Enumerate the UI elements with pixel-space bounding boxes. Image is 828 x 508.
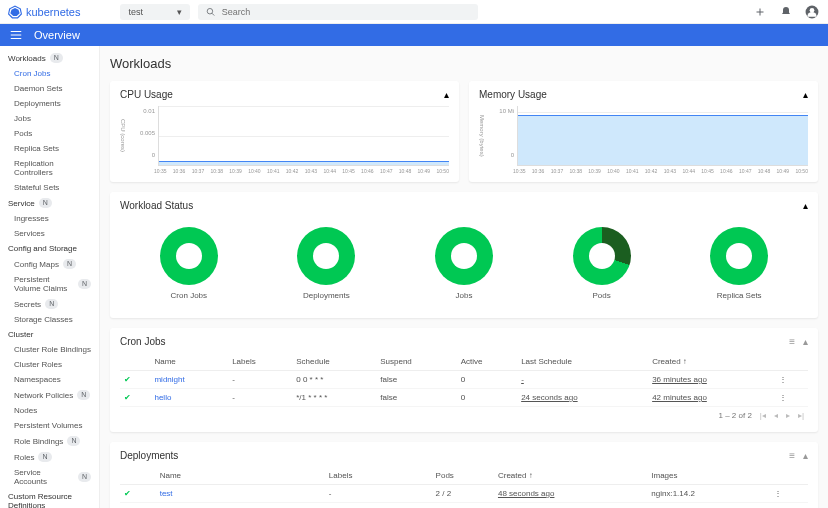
sidebar-item-replicasets[interactable]: Replica Sets: [0, 141, 99, 156]
sidebar-item-configmaps[interactable]: Config MapsN: [0, 256, 99, 272]
badge: N: [67, 436, 80, 446]
col-header[interactable]: Images: [647, 467, 770, 485]
menu-icon: [9, 28, 23, 42]
ytick: 0: [128, 152, 155, 158]
collapse-icon[interactable]: ▴: [803, 200, 808, 211]
sidebar-item-ingresses[interactable]: Ingresses: [0, 211, 99, 226]
sidebar-item-clusterrolebindings[interactable]: Cluster Role Bindings: [0, 342, 99, 357]
pager-last[interactable]: ▸|: [798, 411, 804, 420]
col-header[interactable]: Schedule: [292, 353, 376, 371]
sidebar-group-workloads[interactable]: WorkloadsN: [0, 50, 99, 66]
memory-chart-card: Memory Usage▴ Memory (bytes) 10 Mi 0 10:…: [469, 81, 818, 182]
workload-status-title: Workload Status: [120, 200, 193, 211]
col-header[interactable]: Pods: [432, 467, 494, 485]
sidebar-item-networkpolicies[interactable]: Network PoliciesN: [0, 387, 99, 403]
sidebar-item-secrets[interactable]: SecretsN: [0, 296, 99, 312]
bell-icon: [780, 6, 792, 18]
row-menu[interactable]: ⋮: [770, 485, 808, 503]
filter-icon[interactable]: ≡: [789, 336, 795, 347]
sidebar-group-cluster[interactable]: Cluster: [0, 327, 99, 342]
sidebar-item-replicationcontrollers[interactable]: Replication Controllers: [0, 156, 99, 180]
donut-chart: [435, 227, 493, 285]
sidebar-item-cronjobs[interactable]: Cron Jobs: [0, 66, 99, 81]
sidebar-item-daemonsets[interactable]: Daemon Sets: [0, 81, 99, 96]
cell: 48 seconds ago: [494, 485, 647, 503]
collapse-icon[interactable]: ▴: [803, 89, 808, 100]
cron-name-link[interactable]: hello: [150, 389, 228, 407]
cell: 36 minutes ago: [648, 371, 775, 389]
xtick: 10:47: [739, 168, 752, 174]
badge: N: [38, 452, 51, 462]
cronjobs-table: NameLabelsScheduleSuspendActiveLast Sche…: [120, 353, 808, 407]
sidebar-group-service[interactable]: ServiceN: [0, 195, 99, 211]
sidebar-label: Custom Resource Definitions: [8, 492, 91, 508]
status-ok-icon: ✔: [124, 393, 131, 402]
col-header[interactable]: Labels: [325, 467, 432, 485]
search-input[interactable]: [222, 7, 471, 17]
pager-first[interactable]: |◂: [760, 411, 766, 420]
cell: false: [376, 389, 456, 407]
sidebar-item-roles[interactable]: RolesN: [0, 449, 99, 465]
namespace-select[interactable]: test ▾: [120, 4, 190, 20]
account-button[interactable]: [804, 4, 820, 20]
sidebar-item-clusterroles[interactable]: Cluster Roles: [0, 357, 99, 372]
notifications-button[interactable]: [778, 4, 794, 20]
col-header[interactable]: Name: [156, 467, 325, 485]
collapse-icon[interactable]: ▴: [803, 450, 808, 461]
sidebar-item-namespaces[interactable]: Namespaces: [0, 372, 99, 387]
pager-next[interactable]: ▸: [786, 411, 790, 420]
sidebar-item-storageclasses[interactable]: Storage Classes: [0, 312, 99, 327]
row-menu[interactable]: ⋮: [770, 503, 808, 509]
sidebar-item-label: Network Policies: [14, 391, 73, 400]
cpu-chart-title: CPU Usage: [120, 89, 173, 100]
sidebar-label: Config and Storage: [8, 244, 77, 253]
col-header[interactable]: Last Schedule: [517, 353, 648, 371]
donut-label: Cron Jobs: [160, 291, 218, 300]
sidebar-item-services[interactable]: Services: [0, 226, 99, 241]
sidebar-item-deployments[interactable]: Deployments: [0, 96, 99, 111]
xtick: 10:39: [229, 168, 242, 174]
sidebar-item-label: Secrets: [14, 300, 41, 309]
row-menu[interactable]: ⋮: [775, 371, 808, 389]
collapse-icon[interactable]: ▴: [803, 336, 808, 347]
sidebar-group-crd[interactable]: Custom Resource Definitions: [0, 489, 99, 508]
logo[interactable]: kubernetes: [8, 5, 80, 19]
sidebar-item-jobs[interactable]: Jobs: [0, 111, 99, 126]
xtick: 10:37: [551, 168, 564, 174]
col-header[interactable]: Labels: [228, 353, 292, 371]
sidebar-item-serviceaccounts[interactable]: Service AccountsN: [0, 465, 99, 489]
workload-status-card: Workload Status▴ Cron JobsDeploymentsJob…: [110, 192, 818, 318]
sidebar-item-statefulsets[interactable]: Stateful Sets: [0, 180, 99, 195]
col-header[interactable]: Name: [150, 353, 228, 371]
sidebar-item-pods[interactable]: Pods: [0, 126, 99, 141]
col-header[interactable]: Suspend: [376, 353, 456, 371]
page-title: Workloads: [110, 56, 818, 71]
collapse-icon[interactable]: ▴: [444, 89, 449, 100]
xtick: 10:48: [399, 168, 412, 174]
cron-name-link[interactable]: midnight: [150, 371, 228, 389]
sidebar-item-pv[interactable]: Persistent Volumes: [0, 418, 99, 433]
col-header[interactable]: Created ↑: [648, 353, 775, 371]
row-menu[interactable]: ⋮: [775, 389, 808, 407]
donut-label: Deployments: [297, 291, 355, 300]
logo-text: kubernetes: [26, 6, 80, 18]
deployment-name-link[interactable]: test: [156, 485, 325, 503]
col-header[interactable]: Created ↑: [494, 467, 647, 485]
donut-chart: [573, 227, 631, 285]
xtick: 10:50: [795, 168, 808, 174]
menu-button[interactable]: [8, 27, 24, 43]
col-header[interactable]: Active: [457, 353, 518, 371]
badge: N: [78, 279, 91, 289]
sidebar-item-rolebindings[interactable]: Role BindingsN: [0, 433, 99, 449]
sidebar-group-config[interactable]: Config and Storage: [0, 241, 99, 256]
filter-icon[interactable]: ≡: [789, 450, 795, 461]
add-button[interactable]: [752, 4, 768, 20]
sidebar-item-label: Persistent Volumes: [14, 421, 82, 430]
sidebar-item-pvc[interactable]: Persistent Volume ClaimsN: [0, 272, 99, 296]
pager-prev[interactable]: ◂: [774, 411, 778, 420]
deployment-name-link[interactable]: nginx-deployment: [156, 503, 325, 509]
sidebar-item-label: Nodes: [14, 406, 37, 415]
sidebar-item-nodes[interactable]: Nodes: [0, 403, 99, 418]
search-box[interactable]: [198, 4, 478, 20]
xtick: 10:37: [192, 168, 205, 174]
